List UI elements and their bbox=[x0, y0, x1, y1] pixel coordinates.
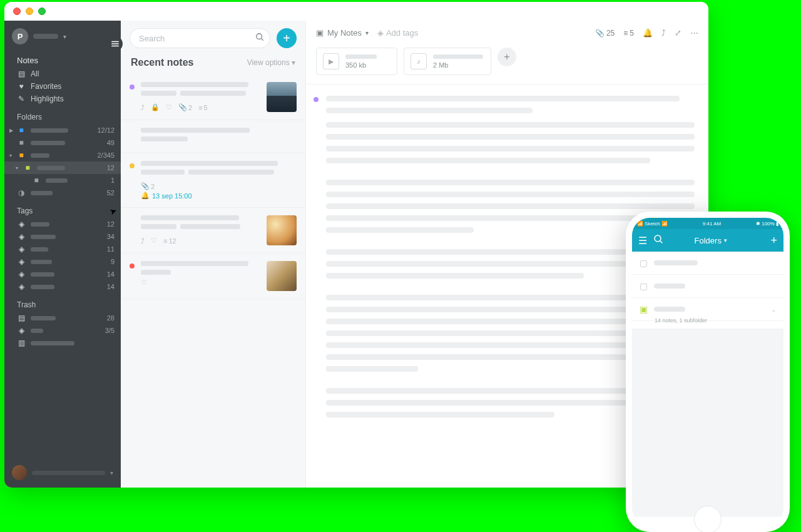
sidebar-tag[interactable]: ◈11 bbox=[4, 243, 121, 255]
heart-icon: ♥ bbox=[17, 82, 26, 91]
account-name-placeholder bbox=[33, 34, 58, 39]
add-attachment-button[interactable]: + bbox=[497, 48, 516, 66]
folder-icon: ▢ bbox=[640, 281, 648, 291]
sidebar-toggle-button[interactable] bbox=[108, 36, 123, 51]
chevron-down-icon: ▾ bbox=[365, 29, 369, 36]
attachment-size: 2 Mb bbox=[433, 61, 483, 69]
add-button[interactable]: + bbox=[770, 234, 777, 247]
sidebar-tag[interactable]: ◈14 bbox=[4, 268, 121, 280]
note-card[interactable]: ⤴ 🔒 ♡ 📎2 ≡5 bbox=[121, 74, 305, 120]
lock-icon: 🔒 bbox=[151, 103, 160, 111]
tag-icon: ◈ bbox=[17, 232, 26, 241]
folder-icon: ■ bbox=[17, 151, 26, 160]
chevron-down-icon[interactable]: ▾ bbox=[16, 165, 18, 171]
folder-icon: ■ bbox=[17, 126, 26, 135]
add-note-button[interactable]: + bbox=[277, 28, 297, 48]
menu-icon[interactable]: ☰ bbox=[638, 235, 647, 247]
folder-name-placeholder bbox=[46, 178, 68, 183]
sidebar-folder[interactable]: ▾ ■ 2/345 bbox=[4, 149, 121, 161]
phone-folder-row[interactable]: ▢ bbox=[632, 275, 783, 298]
sidebar-item-favorites[interactable]: ♥ Favorites bbox=[4, 80, 121, 93]
chevron-down-icon: ▾ bbox=[63, 33, 66, 40]
sidebar-footer-user[interactable]: ▾ bbox=[4, 458, 121, 488]
expand-icon[interactable]: ⤢ bbox=[675, 28, 681, 38]
phone-folder-list: ▢ ▢ ▣ ⌄ 14 notes, 1 subfolder bbox=[632, 252, 783, 517]
heart-icon: ♡ bbox=[141, 279, 147, 287]
search-field[interactable] bbox=[130, 28, 270, 48]
folder-icon: ▣ bbox=[316, 28, 324, 38]
sidebar-tag[interactable]: ◈12 bbox=[4, 218, 121, 230]
folder-count: 12/12 bbox=[97, 126, 115, 134]
list-count: ≡5 bbox=[198, 104, 208, 111]
attachment-count: 📎2 bbox=[178, 103, 192, 111]
sidebar-trash-templates[interactable]: ▥ bbox=[4, 337, 121, 349]
bell-icon[interactable]: 🔔 bbox=[643, 28, 653, 38]
folder-count: 2/345 bbox=[97, 151, 115, 159]
maximize-window-button[interactable] bbox=[38, 8, 46, 15]
color-dot bbox=[130, 84, 135, 90]
more-icon[interactable]: ⋯ bbox=[690, 28, 698, 38]
attachment-size: 350 kb bbox=[345, 61, 377, 69]
breadcrumb[interactable]: ▣ My Notes ▾ bbox=[316, 28, 369, 38]
add-tags-button[interactable]: ◈ Add tags bbox=[377, 28, 418, 38]
sidebar-folder[interactable]: ■ 49 bbox=[4, 136, 121, 149]
share-icon[interactable]: ⤴ bbox=[661, 28, 666, 38]
minimize-window-button[interactable] bbox=[26, 8, 33, 15]
close-window-button[interactable] bbox=[13, 8, 21, 15]
note-thumbnail bbox=[267, 261, 297, 291]
view-options-dropdown[interactable]: View options ▾ bbox=[247, 58, 295, 67]
template-icon: ▥ bbox=[17, 339, 26, 347]
account-switcher[interactable]: P ▾ bbox=[4, 21, 121, 49]
phone-time: 9:41 AM bbox=[703, 221, 721, 227]
sidebar-item-label: Favorites bbox=[31, 82, 61, 91]
folder-name-placeholder bbox=[31, 153, 49, 158]
phone-empty-area bbox=[632, 329, 783, 517]
folder-icon: ■ bbox=[32, 176, 41, 185]
sidebar-tag[interactable]: ◈14 bbox=[4, 280, 121, 293]
sidebar-folder[interactable]: ■ 1 bbox=[4, 174, 121, 187]
note-icon: ▤ bbox=[17, 69, 26, 78]
app-window: P ▾ Notes ▤ All ♥ Favorites ✎ Highlights… bbox=[4, 2, 708, 488]
sidebar-section-tags: Tags bbox=[4, 199, 121, 218]
chevron-down-icon[interactable]: ▾ bbox=[9, 153, 12, 158]
attachment-stat[interactable]: 📎 25 bbox=[595, 29, 615, 38]
tag-icon: ◈ bbox=[17, 270, 26, 279]
sidebar-folder-selected[interactable]: ▾ ■ 12 bbox=[4, 161, 121, 174]
note-card[interactable] bbox=[121, 120, 305, 153]
phone-status-bar: 📶 Sketch 📶 9:41 AM ✱ 100% ▮ bbox=[632, 218, 783, 229]
sidebar-trash-tags[interactable]: ◈3/5 bbox=[4, 324, 121, 337]
sidebar-item-all[interactable]: ▤ All bbox=[4, 68, 121, 80]
tag-icon: ◈ bbox=[17, 245, 26, 253]
sidebar-tag[interactable]: ◈34 bbox=[4, 230, 121, 243]
sidebar-folder[interactable]: ▶ ■ 12/12 bbox=[4, 124, 121, 136]
note-icon: ▤ bbox=[17, 314, 26, 322]
folder-icon: ▢ bbox=[640, 258, 648, 268]
tag-icon: ◈ bbox=[17, 257, 26, 266]
chevron-down-icon: ▾ bbox=[110, 469, 113, 476]
phone-nav-title[interactable]: Folders ▾ bbox=[657, 236, 764, 245]
user-avatar bbox=[12, 465, 27, 480]
chevron-right-icon[interactable]: ▶ bbox=[9, 128, 13, 133]
editor-toolbar: ▣ My Notes ▾ ◈ Add tags 📎 25 ≡ 5 🔔 ⤴ ⤢ ⋯ bbox=[306, 21, 708, 45]
search-input[interactable] bbox=[130, 28, 270, 48]
note-thumbnail bbox=[267, 82, 297, 112]
user-name-placeholder bbox=[32, 471, 105, 475]
color-dot bbox=[314, 97, 319, 102]
folder-count: 12 bbox=[107, 164, 115, 171]
list-stat[interactable]: ≡ 5 bbox=[623, 29, 634, 38]
sidebar-trash-notes[interactable]: ▤28 bbox=[4, 312, 121, 324]
phone-folder-row[interactable]: ▢ bbox=[632, 252, 783, 275]
video-attachment-icon: ▶ bbox=[323, 53, 339, 69]
sidebar-section-folders: Folders bbox=[4, 105, 121, 124]
phone-home-button[interactable] bbox=[694, 506, 722, 532]
attachment-card[interactable]: ▶ 350 kb bbox=[316, 48, 397, 75]
attachment-card[interactable]: ♪ 2 Mb bbox=[404, 48, 491, 75]
note-card[interactable]: ♡ bbox=[121, 253, 305, 299]
sidebar-folder-shared[interactable]: ◑ 52 bbox=[4, 187, 121, 199]
sidebar-tag[interactable]: ◈9 bbox=[4, 255, 121, 268]
sidebar-item-highlights[interactable]: ✎ Highlights bbox=[4, 93, 121, 105]
folder-count: 49 bbox=[107, 139, 115, 146]
note-card[interactable]: 📎2 🔔 13 sep 15:00 bbox=[121, 153, 305, 208]
shared-folder-icon: ◑ bbox=[17, 188, 26, 197]
note-card[interactable]: ⤴ ♡ ≡12 bbox=[121, 208, 305, 253]
